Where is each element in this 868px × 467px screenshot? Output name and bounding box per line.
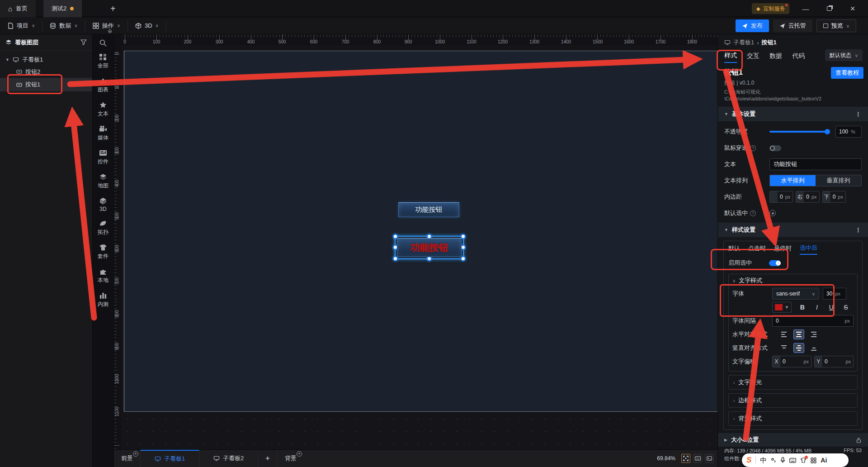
valign-bottom-button[interactable] [808,343,819,353]
keyboard-icon[interactable] [789,458,796,463]
preview-button[interactable]: 预览 ∨ [816,19,856,32]
font-size-input[interactable]: 30 px [823,288,846,300]
canvas-button-widget[interactable]: 功能按钮 [398,202,459,217]
punctuation-icon[interactable] [771,457,776,463]
help-icon[interactable]: ? [750,145,756,151]
rail-item-topology[interactable]: 拓扑 [98,220,108,236]
background-button[interactable]: 背景 + [278,450,304,467]
layer-row-button2[interactable]: 按钮2 [0,66,92,78]
custom-service-badge[interactable]: ◆ 定制服务 [752,3,789,14]
slider-knob[interactable] [825,129,830,134]
kebab-menu-icon[interactable]: ⋮ [855,111,862,118]
valign-middle-button[interactable] [793,343,804,353]
canvas-button-widget-selected[interactable]: 功能按钮 [397,238,462,257]
default-selected-radio[interactable] [769,210,776,216]
state-hover[interactable]: 悬停时 [774,242,792,254]
microphone-icon[interactable] [780,457,785,463]
font-color-picker[interactable]: ▼ [772,302,792,313]
align-right-button[interactable] [808,329,819,339]
font-family-select[interactable]: sans-serif ∨ [772,288,819,300]
arrange-vertical-option[interactable]: 垂直排列 [816,175,861,186]
italic-button[interactable]: I [813,304,821,311]
mouse-through-toggle[interactable] [769,145,781,151]
layer-row-board[interactable]: ▼ 子看板1 [0,53,92,66]
align-left-button[interactable] [778,329,789,339]
enable-select-toggle[interactable]: i [769,260,781,266]
rail-item-media[interactable]: 媒体 [98,125,108,142]
rail-item-text[interactable]: 文本 [98,101,108,118]
rail-item-local[interactable]: 本地 [98,268,108,284]
underline-button[interactable]: U [828,304,835,311]
offset-y-input[interactable]: Y 0 px [814,356,854,367]
ime-ai-button[interactable]: Ai [821,457,827,464]
align-center-button[interactable] [793,329,804,339]
offset-x-input[interactable]: X 0 px [772,356,811,367]
fit-screen-button[interactable] [681,454,690,463]
menu-3d[interactable]: 3D∨ [128,20,166,31]
menu-operate[interactable]: 操作∨ [85,20,128,31]
tab-data[interactable]: 数据 [769,49,782,62]
breadcrumb-parent[interactable]: 子看板1 [733,38,754,47]
ime-brand-icon[interactable]: S [746,456,751,465]
rail-item-charts[interactable]: 图表 [98,77,108,94]
state-default[interactable]: 默认 [728,242,740,254]
section-text-glow[interactable]: › 文字发光 [728,375,858,390]
tab-style[interactable]: 样式 [724,48,737,63]
strikethrough-button[interactable]: S [842,304,849,311]
ime-mode-chinese[interactable]: 中 [760,456,767,465]
tab-home[interactable]: ⌂ 首页 [0,0,36,17]
caret-down-icon[interactable]: ▼ [5,57,9,62]
padding-input-right[interactable]: 右 0 px [796,191,819,203]
add-background-icon[interactable]: + [297,451,302,457]
section-border-style[interactable]: › 边框样式 [728,393,858,408]
padding-input-bottom[interactable]: 下 0 px [822,191,846,203]
board-tab-1[interactable]: 子看板1 [141,450,199,467]
rail-item-beta[interactable]: 内测 [98,292,108,308]
opacity-slider[interactable] [769,131,829,133]
state-selected[interactable]: 选中后 [800,241,817,255]
layer-row-button1[interactable]: 按钮1 [0,78,92,91]
cloud-hosting-button[interactable]: 云托管 [773,19,812,32]
console-button[interactable] [705,454,714,463]
publish-button[interactable]: 发布 [736,19,769,32]
shortcut-keys-button[interactable] [693,454,702,463]
lock-icon[interactable] [856,437,862,443]
add-foreground-icon[interactable]: + [133,451,138,457]
bold-button[interactable]: B [799,304,806,311]
section-style-settings[interactable]: ▼ 样式设置 ⋮ [718,223,868,237]
maximize-button[interactable] [819,0,839,17]
kebab-menu-icon[interactable]: ⋮ [855,227,862,234]
rail-item-3d[interactable]: 3D [99,197,107,212]
menu-data[interactable]: 数据∨ [42,20,85,31]
text-style-header[interactable]: ∨ 文字样式 [732,274,854,287]
section-background-style[interactable]: › 背景样式 [728,411,858,426]
ime-skin-button[interactable] [800,457,807,463]
tab-document[interactable]: 测试2 [43,0,82,17]
foreground-button[interactable]: 前景 + [114,450,141,467]
opacity-input[interactable]: 100 % [835,126,862,138]
menu-project[interactable]: 项目∨ [0,20,42,31]
state-dropdown[interactable]: 默认状态 ∨ [825,49,863,61]
rail-item-all[interactable]: 全部 [98,53,108,70]
apps-grid-icon[interactable] [811,457,816,463]
valign-top-button[interactable] [778,343,789,353]
close-button[interactable]: × [843,0,863,17]
rail-item-controls[interactable]: 控件 [98,149,108,166]
text-input[interactable] [769,158,862,170]
minimize-button[interactable]: — [796,0,816,17]
padding-input-1[interactable]: 0 px [769,191,793,203]
widget-search-button[interactable] [99,39,107,47]
filter-icon[interactable] [80,39,87,45]
rail-item-map[interactable]: 地图 [98,173,108,190]
section-size-position[interactable]: ▶ 大小&位置 [718,433,868,447]
arrange-horizontal-option[interactable]: 水平排列 [770,175,816,186]
help-icon[interactable]: ? [750,210,756,216]
ruler-origin-icon[interactable]: ⊕ [108,28,112,34]
tab-interaction[interactable]: 交互 [747,49,760,62]
new-tab-button[interactable]: + [102,0,124,17]
rail-item-kit[interactable]: 套件 [98,244,108,260]
letter-spacing-input[interactable]: 0 px [772,315,854,327]
board-tab-2[interactable]: 子看板2 [199,450,258,467]
section-basic-settings[interactable]: ▼ 基本设置 ⋮ [718,107,868,121]
dashboard-surface[interactable] [124,51,717,412]
